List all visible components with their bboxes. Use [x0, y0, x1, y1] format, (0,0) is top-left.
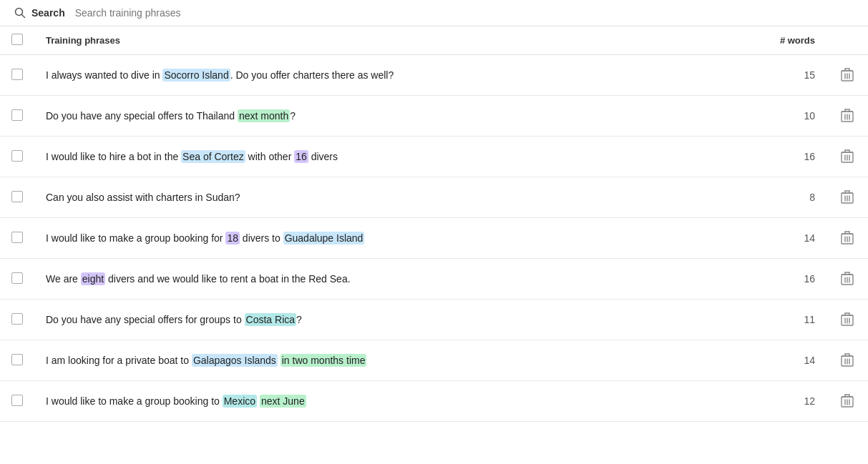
words-cell: 8: [755, 177, 826, 218]
table-row: I would like to make a group booking for…: [0, 218, 868, 259]
row-checkbox[interactable]: [11, 69, 23, 80]
row-checkbox[interactable]: [11, 191, 23, 202]
row-checkbox-cell: [0, 96, 34, 137]
delete-button[interactable]: [838, 228, 857, 248]
row-checkbox-cell: [0, 218, 34, 259]
row-checkbox[interactable]: [11, 109, 23, 121]
delete-button[interactable]: [838, 187, 857, 207]
table-header-row: Training phrases # words: [0, 26, 868, 55]
phrase-cell: I always wanted to dive in Socorro Islan…: [34, 55, 755, 96]
table-row: I am looking for a private boat to Galap…: [0, 340, 868, 381]
row-checkbox[interactable]: [11, 232, 23, 243]
highlighted-phrase: 16: [294, 150, 308, 163]
delete-button[interactable]: [838, 147, 857, 167]
words-cell: 15: [755, 55, 826, 96]
action-cell: [826, 55, 868, 96]
header-checkbox-col: [0, 26, 34, 55]
phrase-cell: I am looking for a private boat to Galap…: [34, 340, 755, 381]
delete-button[interactable]: [838, 106, 857, 126]
highlighted-phrase: Costa Rica: [245, 313, 296, 326]
row-checkbox[interactable]: [11, 150, 23, 162]
highlighted-phrase: Guadalupe Island: [283, 232, 365, 245]
action-cell: [826, 177, 868, 218]
table-row: I would like to make a group booking to …: [0, 381, 868, 422]
highlighted-phrase: Sea of Cortez: [181, 150, 245, 163]
highlighted-phrase: 18: [225, 232, 240, 245]
words-cell: 14: [755, 218, 826, 259]
row-checkbox[interactable]: [11, 354, 23, 365]
delete-button[interactable]: [838, 350, 857, 370]
table-row: Do you have any special offers for group…: [0, 300, 868, 340]
row-checkbox-cell: [0, 381, 34, 422]
table-row: Do you have any special offers to Thaila…: [0, 96, 868, 137]
delete-button[interactable]: [838, 310, 857, 330]
search-bar: Search: [0, 0, 868, 26]
highlighted-phrase: Mexico: [223, 395, 257, 408]
action-cell: [826, 96, 868, 137]
words-cell: 16: [755, 137, 826, 177]
table-row: We are eight divers and we would like to…: [0, 259, 868, 300]
action-cell: [826, 381, 868, 422]
phrase-cell: Do you have any special offers for group…: [34, 300, 755, 340]
row-checkbox-cell: [0, 259, 34, 300]
row-checkbox[interactable]: [11, 395, 23, 406]
svg-line-1: [22, 15, 25, 18]
highlighted-phrase: eight: [81, 272, 105, 285]
search-input[interactable]: [75, 7, 854, 19]
row-checkbox-cell: [0, 340, 34, 381]
training-phrases-table: Training phrases # words I always wanted…: [0, 26, 868, 422]
highlighted-phrase: Socorro Island: [162, 69, 230, 82]
phrase-cell: Do you have any special offers to Thaila…: [34, 96, 755, 137]
phrase-cell: We are eight divers and we would like to…: [34, 259, 755, 300]
words-cell: 12: [755, 381, 826, 422]
row-checkbox-cell: [0, 300, 34, 340]
action-cell: [826, 137, 868, 177]
highlighted-phrase: next June: [260, 395, 306, 408]
highlighted-phrase: in two months time: [281, 354, 367, 367]
search-label: Search: [31, 7, 65, 19]
row-checkbox-cell: [0, 177, 34, 218]
row-checkbox-cell: [0, 55, 34, 96]
highlighted-phrase: Galapagos Islands: [192, 354, 278, 367]
action-cell: [826, 259, 868, 300]
header-phrase: Training phrases: [34, 26, 755, 55]
delete-button[interactable]: [838, 269, 857, 289]
table-row: I would like to hire a bot in the Sea of…: [0, 137, 868, 177]
words-cell: 11: [755, 300, 826, 340]
phrase-cell: I would like to make a group booking to …: [34, 381, 755, 422]
search-icon: [14, 7, 26, 19]
table-row: I always wanted to dive in Socorro Islan…: [0, 55, 868, 96]
row-checkbox[interactable]: [11, 313, 23, 325]
words-cell: 16: [755, 259, 826, 300]
highlighted-phrase: next month: [238, 109, 290, 122]
action-cell: [826, 340, 868, 381]
main-container: Search Training phrases # words I always…: [0, 0, 868, 464]
delete-button[interactable]: [838, 391, 857, 411]
row-checkbox[interactable]: [11, 272, 23, 284]
table-row: Can you also assist with charters in Sud…: [0, 177, 868, 218]
phrase-cell: Can you also assist with charters in Sud…: [34, 177, 755, 218]
header-action: [826, 26, 868, 55]
phrase-cell: I would like to hire a bot in the Sea of…: [34, 137, 755, 177]
action-cell: [826, 218, 868, 259]
delete-button[interactable]: [838, 65, 857, 85]
words-cell: 10: [755, 96, 826, 137]
header-words: # words: [755, 26, 826, 55]
phrase-cell: I would like to make a group booking for…: [34, 218, 755, 259]
row-checkbox-cell: [0, 137, 34, 177]
words-cell: 14: [755, 340, 826, 381]
select-all-checkbox[interactable]: [11, 34, 23, 45]
action-cell: [826, 300, 868, 340]
